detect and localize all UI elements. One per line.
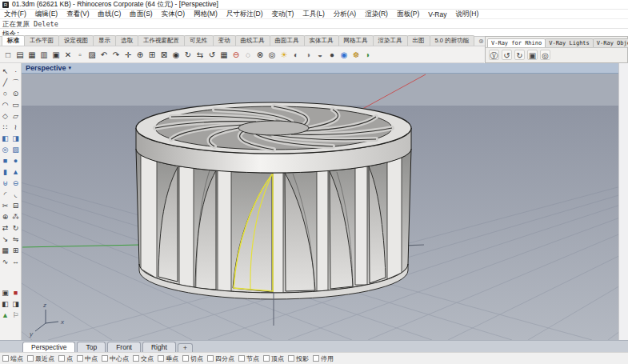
tab-mesh-tools[interactable]: 网格工具: [338, 35, 374, 46]
print-icon[interactable]: ▥: [38, 49, 50, 61]
vray-tab-objects[interactable]: V-Ray Objects: [593, 38, 628, 47]
vptab-top[interactable]: Top: [77, 342, 106, 352]
menu-panels[interactable]: 面板(P): [397, 10, 419, 19]
sphere-icon[interactable]: ●: [10, 156, 21, 166]
polyline-icon[interactable]: ╱: [0, 78, 10, 88]
menu-view[interactable]: 查看(V): [66, 10, 89, 19]
tab-cplanes[interactable]: 工作平面: [24, 35, 59, 46]
render-current-icon[interactable]: ■: [10, 288, 21, 298]
viewport-title[interactable]: Perspective: [26, 64, 66, 72]
circle-icon[interactable]: ○: [0, 89, 10, 99]
new-viewport-tab-button[interactable]: +: [178, 343, 193, 352]
vray-options-icon[interactable]: ◎: [540, 50, 550, 60]
tab-new-in-v5[interactable]: 5.0 的新功能: [430, 35, 475, 46]
menu-vray[interactable]: V-Ray: [428, 10, 446, 18]
box-icon[interactable]: ■: [0, 156, 10, 166]
clipboard-icon[interactable]: ▣: [50, 49, 62, 61]
select-filter-icon[interactable]: ◎: [266, 49, 278, 61]
boolean-difference-icon[interactable]: ⊖: [10, 178, 21, 189]
undo-view-icon[interactable]: ↺: [206, 49, 218, 61]
point-grid-icon[interactable]: ∷: [0, 122, 10, 133]
menu-solid[interactable]: 实体(O): [162, 10, 185, 19]
boolean-union-icon[interactable]: ⊎: [0, 178, 10, 189]
viewport-title-bar[interactable]: Perspective ▾: [22, 63, 618, 74]
cone-icon[interactable]: ▲: [10, 167, 21, 178]
dimension-icon[interactable]: ↔: [10, 257, 21, 267]
mirror-icon[interactable]: ⇋: [10, 234, 21, 245]
osnap-checkbox[interactable]: [2, 355, 9, 362]
osnap-mid[interactable]: 中点: [77, 354, 98, 363]
settings-icon[interactable]: ☸: [350, 49, 362, 61]
menu-help[interactable]: 说明(H): [455, 10, 478, 19]
plane-icon[interactable]: ▱: [10, 111, 21, 122]
undo-icon[interactable]: ↶: [98, 49, 110, 61]
menu-edit[interactable]: 编辑(E): [35, 10, 58, 19]
render-icon[interactable]: ▣: [0, 288, 10, 298]
explode-icon[interactable]: ⁂: [10, 212, 21, 222]
osnap-checkbox[interactable]: [133, 355, 139, 362]
tab-viewport-layout[interactable]: 工作视窗配置: [138, 35, 185, 46]
shaded-mode-icon[interactable]: ◐: [290, 49, 302, 61]
tab-set-view[interactable]: 设定视图: [58, 35, 94, 46]
vray-tab-lights[interactable]: V-Ray Lights: [545, 38, 594, 47]
grid-icon[interactable]: ▦: [218, 49, 230, 61]
osnap-perpendicular[interactable]: 垂点: [158, 354, 178, 363]
vray-logo-icon[interactable]: Ⓥ: [489, 50, 499, 60]
arc-icon[interactable]: ◠: [0, 100, 10, 110]
cut-icon[interactable]: ✕: [62, 49, 74, 61]
viewport-3d-scene[interactable]: z x y: [22, 74, 618, 340]
loft-icon[interactable]: ◧: [0, 134, 10, 144]
trim-icon[interactable]: ✂: [0, 201, 10, 211]
tab-select[interactable]: 选取: [115, 35, 138, 46]
patch-icon[interactable]: ▨: [10, 145, 21, 155]
tab-display[interactable]: 显示: [93, 35, 116, 46]
tab-curve-tools[interactable]: 曲线工具: [235, 35, 270, 46]
vray-frame-buffer-icon[interactable]: ▣: [527, 50, 538, 60]
vptab-perspective[interactable]: Perspective: [22, 342, 75, 352]
group-icon[interactable]: ⊞: [10, 246, 21, 256]
scale-icon[interactable]: ↘: [0, 234, 10, 245]
menu-file[interactable]: 文件(F): [4, 10, 26, 19]
tab-solid-tools[interactable]: 实体工具: [304, 35, 339, 46]
grasshopper-icon[interactable]: ◗: [362, 49, 374, 61]
zoom-window-icon[interactable]: ⊞: [146, 49, 158, 61]
fillet-icon[interactable]: ◜: [0, 190, 10, 200]
menu-curve[interactable]: 曲线(C): [98, 10, 122, 19]
osnap-checkbox[interactable]: [207, 355, 214, 362]
tab-drafting[interactable]: 出图: [407, 35, 430, 46]
osnap-checkbox[interactable]: [182, 355, 189, 362]
zoom-dynamic-icon[interactable]: ⊕: [134, 49, 146, 61]
move-icon[interactable]: ⇄: [0, 223, 10, 234]
osnap-checkbox[interactable]: [238, 355, 245, 362]
chamfer-icon[interactable]: ◟: [10, 190, 21, 200]
helix-icon[interactable]: ≀: [10, 122, 21, 133]
menu-surface[interactable]: 曲面(S): [130, 10, 152, 19]
osnap-near[interactable]: 最近点: [27, 354, 54, 363]
point-icon[interactable]: ∙: [10, 66, 21, 77]
osnap-point[interactable]: 点: [58, 354, 73, 363]
sweep-icon[interactable]: ◨: [10, 134, 21, 144]
vptab-right[interactable]: Right: [142, 342, 176, 352]
ghosted-mode-icon[interactable]: ◑: [302, 49, 314, 61]
tab-transform[interactable]: 变动: [213, 35, 236, 46]
menu-render[interactable]: 渲染(R): [365, 10, 388, 19]
menu-analyze[interactable]: 分析(A): [334, 10, 356, 19]
new-file-icon[interactable]: □: [2, 49, 14, 61]
freeform-curve-icon[interactable]: ⌒: [10, 78, 21, 88]
tab-surface-tools[interactable]: 曲面工具: [270, 35, 305, 46]
osnap-checkbox[interactable]: [27, 355, 34, 362]
xray-mode-icon[interactable]: ◒: [314, 49, 326, 61]
osnap-checkbox[interactable]: [158, 355, 164, 362]
delete-icon[interactable]: ⊖: [230, 49, 242, 61]
open-file-icon[interactable]: ▤: [14, 49, 26, 61]
viewport-scrollbar[interactable]: [618, 63, 628, 340]
join-icon[interactable]: ⊕: [0, 212, 10, 222]
tab-visibility[interactable]: 可见性: [184, 35, 214, 46]
osnap-checkbox[interactable]: [77, 355, 83, 362]
lamp-icon[interactable]: ☀: [278, 49, 290, 61]
lock-icon[interactable]: ⊗: [254, 49, 266, 61]
vray-tab-main[interactable]: V-Ray for Rhino: [487, 38, 546, 47]
curve-tools-icon[interactable]: ∿: [0, 257, 10, 267]
menu-mesh[interactable]: 网格(M): [194, 10, 218, 19]
tab-standard[interactable]: 标准: [2, 35, 25, 46]
